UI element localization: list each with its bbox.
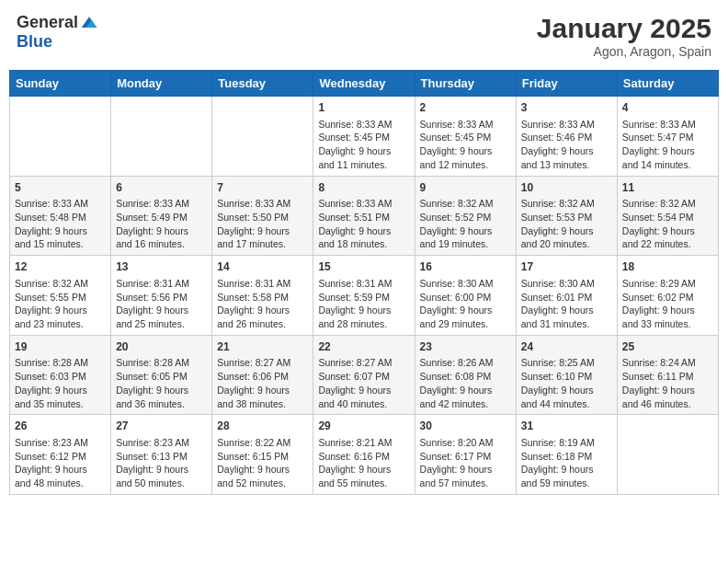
calendar-cell: 27Sunrise: 8:23 AMSunset: 6:13 PMDayligh… — [111, 415, 212, 495]
day-number: 22 — [318, 339, 409, 355]
sunrise-text: Sunrise: 8:32 AM — [521, 197, 612, 211]
sunrise-text: Sunrise: 8:31 AM — [318, 277, 409, 291]
day-number: 27 — [116, 419, 207, 434]
cell-content: 3Sunrise: 8:33 AMSunset: 5:46 PMDaylight… — [521, 100, 612, 172]
sunset-text: Sunset: 6:15 PM — [217, 450, 308, 464]
cell-content: 13Sunrise: 8:31 AMSunset: 5:56 PMDayligh… — [116, 259, 207, 331]
cell-content: 29Sunrise: 8:21 AMSunset: 6:16 PMDayligh… — [318, 419, 409, 490]
daylight-text: Daylight: 9 hours and 42 minutes. — [420, 384, 511, 410]
weekday-header-tuesday: Tuesday — [212, 71, 313, 97]
daylight-text: Daylight: 9 hours and 40 minutes. — [318, 384, 409, 410]
logo-blue-text: Blue — [17, 32, 52, 51]
cell-content: 20Sunrise: 8:28 AMSunset: 6:05 PMDayligh… — [116, 339, 207, 411]
sunrise-text: Sunrise: 8:32 AM — [15, 277, 106, 291]
sunset-text: Sunset: 5:48 PM — [15, 211, 106, 224]
day-number: 11 — [622, 180, 713, 196]
cell-content: 25Sunrise: 8:24 AMSunset: 6:11 PMDayligh… — [622, 339, 713, 411]
sunrise-text: Sunrise: 8:27 AM — [318, 356, 409, 370]
cell-content: 22Sunrise: 8:27 AMSunset: 6:07 PMDayligh… — [318, 339, 409, 411]
calendar-cell: 29Sunrise: 8:21 AMSunset: 6:16 PMDayligh… — [313, 415, 415, 495]
day-number: 4 — [622, 100, 713, 116]
weekday-header-friday: Friday — [516, 71, 617, 97]
calendar-cell: 10Sunrise: 8:32 AMSunset: 5:53 PMDayligh… — [516, 176, 617, 256]
sunset-text: Sunset: 6:18 PM — [521, 450, 612, 464]
calendar-cell: 2Sunrise: 8:33 AMSunset: 5:45 PMDaylight… — [415, 97, 516, 177]
calendar-week-row: 5Sunrise: 8:33 AMSunset: 5:48 PMDaylight… — [10, 176, 719, 256]
cell-content: 9Sunrise: 8:32 AMSunset: 5:52 PMDaylight… — [420, 180, 511, 252]
day-number: 23 — [420, 339, 511, 355]
calendar-week-row: 19Sunrise: 8:28 AMSunset: 6:03 PMDayligh… — [10, 335, 719, 415]
calendar-cell: 15Sunrise: 8:31 AMSunset: 5:59 PMDayligh… — [313, 256, 415, 336]
sunset-text: Sunset: 6:03 PM — [15, 370, 106, 384]
calendar-cell: 13Sunrise: 8:31 AMSunset: 5:56 PMDayligh… — [111, 256, 212, 336]
sunrise-text: Sunrise: 8:21 AM — [318, 436, 409, 450]
cell-content: 6Sunrise: 8:33 AMSunset: 5:49 PMDaylight… — [116, 180, 207, 252]
calendar-cell — [10, 97, 111, 177]
daylight-text: Daylight: 9 hours and 29 minutes. — [420, 304, 511, 330]
cell-content: 10Sunrise: 8:32 AMSunset: 5:53 PMDayligh… — [521, 180, 612, 252]
sunrise-text: Sunrise: 8:33 AM — [116, 197, 207, 211]
location-title: Agon, Aragon, Spain — [537, 44, 711, 59]
sunset-text: Sunset: 5:49 PM — [116, 211, 207, 224]
sunrise-text: Sunrise: 8:23 AM — [116, 436, 207, 450]
day-number: 21 — [217, 339, 308, 355]
page-header: General Blue January 2025 Agon, Aragon, … — [9, 9, 719, 63]
sunset-text: Sunset: 6:01 PM — [521, 291, 612, 304]
day-number: 26 — [15, 419, 106, 434]
day-number: 28 — [217, 419, 308, 434]
cell-content: 30Sunrise: 8:20 AMSunset: 6:17 PMDayligh… — [420, 419, 511, 490]
sunset-text: Sunset: 6:00 PM — [420, 291, 511, 304]
sunrise-text: Sunrise: 8:27 AM — [217, 356, 308, 370]
daylight-text: Daylight: 9 hours and 12 minutes. — [420, 144, 511, 171]
day-number: 1 — [318, 100, 409, 116]
weekday-header-row: SundayMondayTuesdayWednesdayThursdayFrid… — [10, 71, 719, 97]
calendar-cell: 3Sunrise: 8:33 AMSunset: 5:46 PMDaylight… — [516, 97, 617, 177]
daylight-text: Daylight: 9 hours and 11 minutes. — [318, 144, 409, 171]
daylight-text: Daylight: 9 hours and 31 minutes. — [521, 304, 612, 330]
sunset-text: Sunset: 5:46 PM — [521, 131, 612, 144]
sunrise-text: Sunrise: 8:22 AM — [217, 436, 308, 450]
calendar-cell: 26Sunrise: 8:23 AMSunset: 6:12 PMDayligh… — [10, 415, 111, 495]
calendar-cell: 19Sunrise: 8:28 AMSunset: 6:03 PMDayligh… — [10, 335, 111, 415]
calendar-cell: 23Sunrise: 8:26 AMSunset: 6:08 PMDayligh… — [415, 335, 516, 415]
logo-general-text: General — [17, 13, 78, 32]
cell-content: 1Sunrise: 8:33 AMSunset: 5:45 PMDaylight… — [318, 100, 409, 172]
sunset-text: Sunset: 5:55 PM — [15, 291, 106, 304]
calendar-cell: 11Sunrise: 8:32 AMSunset: 5:54 PMDayligh… — [617, 176, 718, 256]
day-number: 10 — [521, 180, 612, 196]
calendar-cell: 30Sunrise: 8:20 AMSunset: 6:17 PMDayligh… — [415, 415, 516, 495]
sunset-text: Sunset: 5:45 PM — [420, 131, 511, 144]
daylight-text: Daylight: 9 hours and 55 minutes. — [318, 463, 409, 489]
day-number: 18 — [622, 259, 713, 275]
sunrise-text: Sunrise: 8:33 AM — [318, 118, 409, 132]
day-number: 31 — [521, 419, 612, 434]
month-title: January 2025 — [537, 13, 711, 44]
sunrise-text: Sunrise: 8:33 AM — [15, 197, 106, 211]
cell-content: 19Sunrise: 8:28 AMSunset: 6:03 PMDayligh… — [15, 339, 106, 411]
sunrise-text: Sunrise: 8:29 AM — [622, 277, 713, 291]
calendar-cell: 24Sunrise: 8:25 AMSunset: 6:10 PMDayligh… — [516, 335, 617, 415]
calendar-cell: 12Sunrise: 8:32 AMSunset: 5:55 PMDayligh… — [10, 256, 111, 336]
daylight-text: Daylight: 9 hours and 35 minutes. — [15, 384, 106, 410]
daylight-text: Daylight: 9 hours and 26 minutes. — [217, 304, 308, 330]
sunset-text: Sunset: 6:08 PM — [420, 370, 511, 384]
sunset-text: Sunset: 5:54 PM — [622, 211, 713, 224]
calendar-cell: 8Sunrise: 8:33 AMSunset: 5:51 PMDaylight… — [313, 176, 415, 256]
daylight-text: Daylight: 9 hours and 36 minutes. — [116, 384, 207, 410]
day-number: 14 — [217, 259, 308, 275]
sunrise-text: Sunrise: 8:28 AM — [15, 356, 106, 370]
day-number: 24 — [521, 339, 612, 355]
sunset-text: Sunset: 5:52 PM — [420, 211, 511, 224]
sunrise-text: Sunrise: 8:24 AM — [622, 356, 713, 370]
daylight-text: Daylight: 9 hours and 46 minutes. — [622, 384, 713, 410]
calendar-cell — [212, 97, 313, 177]
cell-content: 18Sunrise: 8:29 AMSunset: 6:02 PMDayligh… — [622, 259, 713, 331]
daylight-text: Daylight: 9 hours and 57 minutes. — [420, 463, 511, 489]
day-number: 9 — [420, 180, 511, 196]
sunrise-text: Sunrise: 8:25 AM — [521, 356, 612, 370]
sunrise-text: Sunrise: 8:33 AM — [420, 118, 511, 132]
sunset-text: Sunset: 6:13 PM — [116, 450, 207, 464]
sunset-text: Sunset: 6:16 PM — [318, 450, 409, 464]
calendar-week-row: 12Sunrise: 8:32 AMSunset: 5:55 PMDayligh… — [10, 256, 719, 336]
daylight-text: Daylight: 9 hours and 50 minutes. — [116, 463, 207, 489]
